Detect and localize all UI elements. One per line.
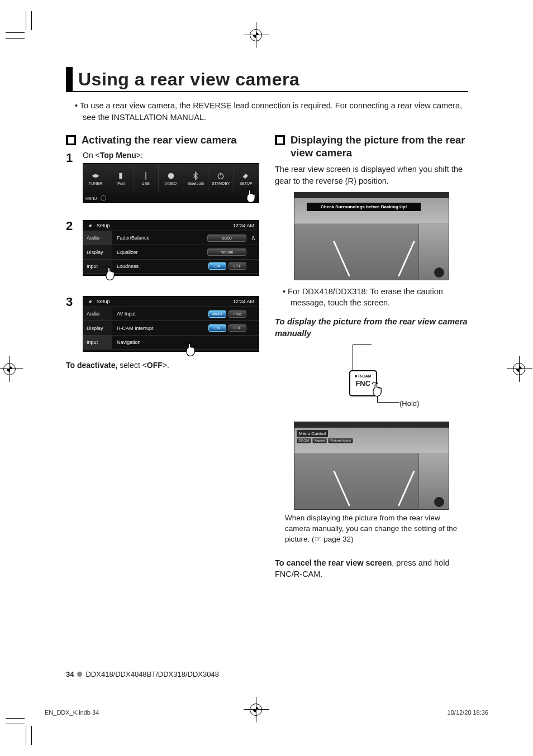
caution-banner: Check Surroundings before Backing Up! [307, 203, 421, 211]
right-note: When displaying the picture from the rea… [285, 513, 458, 545]
rear-camera-screenshot-1: Check Surroundings before Backing Up! [294, 192, 449, 280]
setup3-row-rcam: R-CAM Interrupt [112, 326, 164, 331]
section-heading-activating: Activating the rear view camera [82, 133, 237, 146]
setup2-title: Setup [97, 223, 110, 228]
topmenu-video: VIDEO [159, 164, 184, 193]
menu-pill-aspect: Aspect [312, 438, 327, 443]
setup3-title: Setup [97, 299, 110, 304]
crop-mark [0, 369, 23, 369]
setup3-tab-input: Input [83, 336, 112, 350]
topmenu-menu-label: MENU [85, 197, 97, 200]
deactivate-text: To deactivate, select <OFF>. [66, 361, 259, 370]
print-footer-timestamp: 10/12/20 18:36 [448, 709, 488, 716]
setup-screenshot-2: Setup 12:34 AM Audio Display Input Fader… [83, 220, 259, 276]
fnc-mini-label: R-CAM [355, 374, 372, 378]
step-number-3: 3 [66, 295, 76, 352]
crop-mark [256, 697, 256, 722]
setup3-time: 12:34 AM [233, 299, 254, 304]
topmenu-usb: USB [134, 164, 159, 193]
page-number: 34 [66, 670, 74, 678]
menu-pill-zoom: ZOOM [297, 438, 311, 443]
step1-text-b: >: [136, 151, 143, 160]
crop-mark [6, 32, 25, 33]
page-footer: 34 DDX418/DDX4048BT/DDX318/DDX3048 [66, 670, 219, 678]
scroll-up-icon: ∧ [251, 234, 256, 242]
topmenu-standby: STANDBY [208, 164, 234, 193]
print-footer-file: EN_DDX_K.indb 34 [45, 709, 99, 716]
right-para-1: The rear view screen is displayed when y… [275, 164, 468, 186]
svg-rect-0 [119, 173, 122, 179]
tap-hand-icon [102, 263, 121, 283]
menu-control-label: Menu Control [297, 430, 328, 437]
right-bullet: For DDX418/DDX318: To erase the caution … [275, 286, 468, 309]
topmenu-bluetooth: Bluetooth [183, 164, 208, 193]
step-number-2: 2 [66, 219, 76, 276]
crop-mark [31, 11, 32, 30]
crop-mark [256, 22, 256, 48]
step1-text-a: On < [83, 151, 100, 160]
crop-mark [507, 369, 532, 369]
section-bullet-icon [66, 135, 76, 145]
crop-mark [26, 11, 26, 30]
footer-models: DDX418/DDX4048BT/DDX318/DDX3048 [85, 670, 218, 678]
setup2-time: 12:34 AM [233, 223, 254, 228]
crop-mark [26, 726, 26, 745]
fnc-label: FNC [355, 379, 370, 387]
rear-camera-screenshot-2: Menu Control ZOOM Aspect Picture Adjust [294, 422, 449, 510]
page-title-bar: Using a rear view camera [66, 67, 468, 92]
crop-mark [6, 718, 25, 719]
crop-mark [244, 35, 269, 35]
crop-mark [519, 356, 520, 382]
disc-icon [101, 195, 106, 201]
tap-hand-icon [243, 185, 262, 206]
setup3-row-avinput: AV Input [112, 311, 164, 317]
topmenu-ipod: iPod [108, 164, 134, 193]
svg-point-1 [168, 173, 174, 179]
setup2-row-eq: Equalizer [112, 250, 164, 255]
menu-pill-picture: Picture Adjust [328, 438, 353, 443]
tap-hand-icon [183, 339, 202, 359]
svg-rect-3 [221, 173, 221, 175]
setup-screenshot-3: Setup 12:34 AM Audio Display Input AV In… [83, 296, 259, 352]
page-title: Using a rear view camera [73, 67, 305, 91]
section-bullet-icon [275, 135, 285, 145]
cancel-text: To cancel the rear view screen, press an… [275, 557, 468, 580]
crop-mark [244, 709, 269, 710]
topmenu-tuner: TUNER [83, 164, 108, 193]
top-menu-screenshot: TUNER iPod USB VIDEO Bluetooth STANDBY S… [83, 163, 259, 203]
intro-text: To use a rear view camera, the REVERSE l… [66, 100, 468, 123]
hold-label: (Hold) [399, 399, 419, 408]
subheading-manual-display: To display the picture from the rear vie… [275, 316, 468, 339]
setup3-tab-display: Display [83, 321, 112, 335]
crop-mark [9, 356, 10, 382]
crop-mark [31, 726, 32, 745]
setup2-tab-audio: Audio [83, 231, 112, 245]
fnc-button-diagram: R-CAM FNC (Hold) [316, 344, 427, 412]
setup3-row-nav: Navigation [112, 339, 164, 345]
setup2-tab-display: Display [83, 245, 112, 259]
setup2-row-fader: Fader/Balance [112, 235, 164, 241]
crop-mark [6, 724, 25, 724]
title-accent [66, 67, 73, 91]
footer-dot-icon [77, 672, 82, 677]
step-number-1: 1 [66, 151, 76, 203]
crop-mark [6, 38, 25, 39]
step1-bold: Top Menu [100, 151, 136, 160]
section-heading-displaying: Displaying the picture from the rear vie… [291, 133, 468, 159]
setup3-tab-audio: Audio [83, 307, 112, 321]
